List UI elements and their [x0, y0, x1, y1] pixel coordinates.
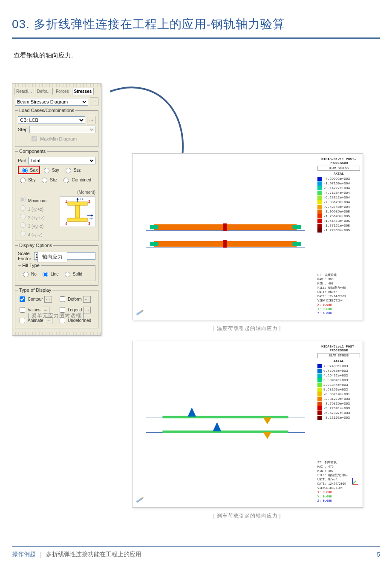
- svg-marker-4: [76, 198, 79, 200]
- fill-type-group: Fill Type No Line Solid: [18, 263, 95, 281]
- result1-max: MAX : 393: [317, 277, 360, 282]
- radio-sax[interactable]: [22, 168, 28, 173]
- tod-contour-label: Contour: [28, 297, 43, 302]
- svg-rect-0: [68, 202, 87, 205]
- legend-value: 6.41958e+003: [323, 368, 348, 373]
- legend-value: -1.57121e+005: [323, 223, 350, 228]
- radio-pt3-label: 3 (+y,-z): [28, 224, 43, 229]
- result1-st: ST: 温度荷载: [317, 273, 360, 277]
- radio-sbz[interactable]: [42, 178, 47, 183]
- radio-ssy-label: Ssy: [52, 168, 59, 172]
- result2-legend-title: MIDAS/Civil POST-PROCESSOR: [317, 345, 360, 352]
- legend-swatch: [317, 210, 322, 214]
- svg-marker-29: [263, 417, 272, 424]
- legend-row: -6.28513e+004: [317, 195, 360, 200]
- radio-pt2: [20, 214, 26, 219]
- legend-value: -1.72833e+005: [323, 228, 350, 233]
- legend-row: 3.50904e+003: [317, 378, 360, 382]
- legend-swatch: [317, 397, 322, 401]
- torn-edge-top: [12, 83, 101, 87]
- svg-line-36: [352, 481, 356, 484]
- load-case-select[interactable]: CB: LCB: [18, 116, 85, 124]
- tab-reactions[interactable]: Reacti...: [14, 88, 34, 95]
- part-select[interactable]: Total: [28, 157, 95, 164]
- svg-text:+y: +y: [89, 216, 93, 220]
- legend-swatch: [317, 195, 322, 200]
- result2-legend: MIDAS/Civil POST-PROCESSOR BEAM STRESS A…: [317, 344, 360, 420]
- fill-no[interactable]: [23, 272, 29, 277]
- load-case-more-button[interactable]: ...: [87, 116, 95, 124]
- result2-legend-kind: AXIAL: [317, 359, 360, 363]
- sax-tooltip: 轴向应力: [37, 252, 67, 262]
- fill-line[interactable]: [43, 272, 48, 277]
- legend-row: -4.71384e+004: [317, 190, 360, 195]
- legend-value: -3.76836e+003: [323, 401, 350, 406]
- radio-pt4: [20, 231, 26, 236]
- diagram-type-more-button[interactable]: ...: [90, 98, 98, 106]
- legend-value: -1.09986e+005: [323, 209, 350, 214]
- result2-legend-section: BEAM STRESS: [317, 353, 360, 358]
- legend-value: 2.05344e+003: [323, 382, 348, 387]
- radio-ssy[interactable]: [44, 168, 49, 173]
- tod-deform-checkbox[interactable]: [60, 296, 65, 302]
- tab-stresses[interactable]: Stresses: [72, 88, 94, 95]
- legend-swatch: [317, 416, 322, 420]
- radio-combined[interactable]: [63, 178, 69, 183]
- dialog-tabs: Reacti... Defor... Forces Stresses: [12, 87, 101, 95]
- fill-solid[interactable]: [65, 272, 70, 277]
- tod-contour-more-button[interactable]: ...: [44, 296, 52, 303]
- svg-marker-33: [263, 432, 272, 439]
- intro-text: 查看钢轨的轴向应力。: [14, 52, 380, 60]
- result1-min: MIN : 497: [317, 282, 360, 286]
- radio-ssz[interactable]: [66, 168, 71, 173]
- legend-row: -1.09986e+005: [317, 209, 360, 214]
- legend-row: 5.98190e+002: [317, 387, 360, 392]
- tab-deformations[interactable]: Defor...: [35, 88, 53, 95]
- svg-marker-28: [187, 408, 196, 417]
- svg-rect-23: [223, 240, 227, 248]
- legend-value: 5.98190e+002: [323, 387, 348, 392]
- legend-value: -1.97160e+004: [323, 181, 350, 186]
- legend-value: -6.67897e+003: [323, 411, 350, 415]
- result2-x: X: 0.000: [317, 490, 360, 494]
- result1-legend: MIDAS/Civil POST-PROCESSOR BEAM STRESS A…: [317, 156, 360, 233]
- tod-values-label: Values: [28, 307, 40, 312]
- legend-row: -9.42748e+004: [317, 204, 360, 209]
- result-panel-braking: MIDAS/Civil POST-PROCESSOR BEAM STRESS A…: [132, 341, 363, 508]
- result1-file: FILE: 钢轨应力分析-: [317, 286, 360, 290]
- tod-deform-more-button[interactable]: ...: [83, 296, 91, 303]
- result2-y: Y: 0.000: [317, 494, 360, 499]
- radio-sby[interactable]: [20, 178, 26, 183]
- section-point-options: Maximum 1 (-y,+z) 2 (+y,+z) 3 (+y,-z) 4 …: [18, 195, 56, 238]
- legend-swatch: [317, 181, 322, 186]
- legend-row: -8.85719e+001: [317, 392, 360, 396]
- legend-swatch: [317, 177, 322, 181]
- legend-value: 4.96432e+003: [323, 373, 348, 378]
- legend-row: -2.31279e+003: [317, 396, 360, 401]
- result2-max: MAX : 476: [317, 465, 360, 469]
- legend-row: 7.87488e+003: [317, 364, 360, 368]
- tod-contour-checkbox[interactable]: [20, 296, 25, 302]
- legend-swatch: [317, 224, 322, 228]
- radio-maximum-label: Maximum: [28, 198, 46, 203]
- dialog-caption: |梁单元应力图对话框|: [12, 312, 101, 319]
- svg-rect-2: [68, 218, 87, 221]
- legend-row: -8.13103e+003: [317, 415, 360, 420]
- diagram-type-select[interactable]: Beam Stresses Diagram: [15, 98, 88, 106]
- moment-label: (Moment): [18, 190, 95, 195]
- type-of-display-legend: Type of Display: [18, 287, 52, 293]
- legend-row: -1.72833e+005: [317, 228, 360, 233]
- legend-row: -3.14277e+004: [317, 186, 360, 190]
- torn-edge-bottom: [12, 332, 101, 335]
- fill-type-legend: Fill Type: [21, 263, 41, 268]
- title-rule: [12, 37, 380, 39]
- tod-deform: Deform...: [58, 295, 93, 303]
- legend-value: 7.87488e+003: [323, 364, 348, 368]
- legend-row: -7.85623e+004: [317, 200, 360, 204]
- legend-row: -5.22391e+003: [317, 406, 360, 411]
- legend-swatch: [317, 378, 322, 382]
- radio-maximum: [20, 197, 26, 202]
- result2-min: MIN : 497: [317, 469, 360, 473]
- legend-value: -4.29992e+003: [323, 176, 350, 181]
- tab-forces[interactable]: Forces: [54, 88, 71, 95]
